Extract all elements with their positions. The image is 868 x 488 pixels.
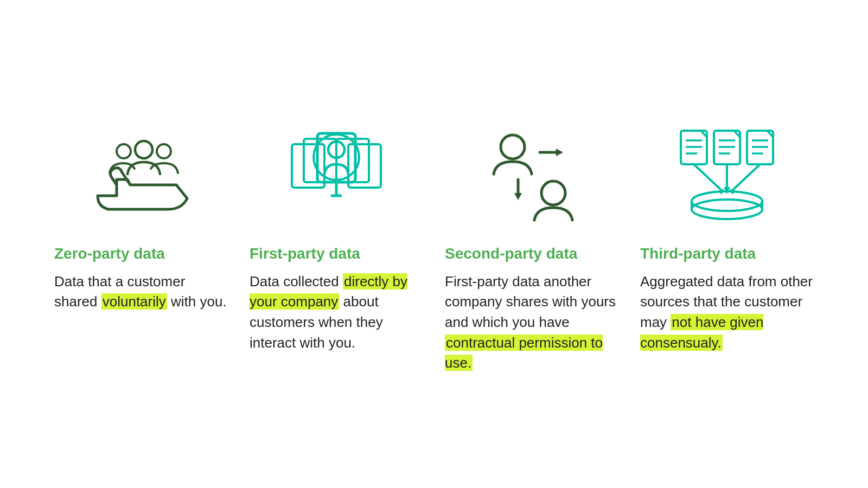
second-party-text: First-party data another company shares …	[445, 272, 618, 374]
svg-line-32	[732, 164, 760, 190]
third-party-title: Third-party data	[640, 245, 814, 263]
second-party-icon	[445, 114, 618, 234]
svg-line-28	[694, 164, 722, 190]
second-party-title: Second-party data	[445, 245, 618, 263]
third-party-highlight: not have given consensualy.	[640, 314, 763, 351]
first-party-title: First-party data	[250, 245, 423, 263]
zero-party-card: Zero-party data Data that a customer sha…	[54, 114, 228, 312]
third-party-text: Aggregated data from other sources that …	[640, 272, 814, 354]
main-container: Zero-party data Data that a customer sha…	[54, 114, 814, 374]
second-party-highlight: contractual permission to use.	[445, 335, 603, 371]
svg-point-0	[135, 141, 152, 158]
svg-point-12	[501, 135, 525, 159]
svg-point-2	[157, 144, 171, 158]
svg-point-34	[692, 191, 762, 211]
first-party-highlight: directly by your company	[250, 273, 407, 310]
second-party-card: Second-party data First-party data anoth…	[445, 114, 618, 374]
zero-party-text: Data that a customer shared voluntarily …	[54, 272, 228, 312]
first-party-card: First-party data Data collected directly…	[250, 114, 423, 353]
svg-marker-13	[556, 149, 563, 156]
svg-point-15	[541, 181, 565, 205]
svg-point-1	[117, 144, 131, 158]
zero-party-icon	[54, 114, 228, 234]
first-party-icon	[250, 114, 423, 234]
svg-marker-14	[514, 193, 522, 200]
svg-point-37	[692, 200, 762, 219]
zero-party-highlight: voluntarily	[101, 293, 167, 310]
zero-party-title: Zero-party data	[54, 245, 228, 263]
third-party-card: Third-party data Aggregated data from ot…	[640, 114, 814, 353]
third-party-icon	[640, 114, 814, 234]
first-party-text: Data collected directly by your company …	[250, 272, 423, 354]
